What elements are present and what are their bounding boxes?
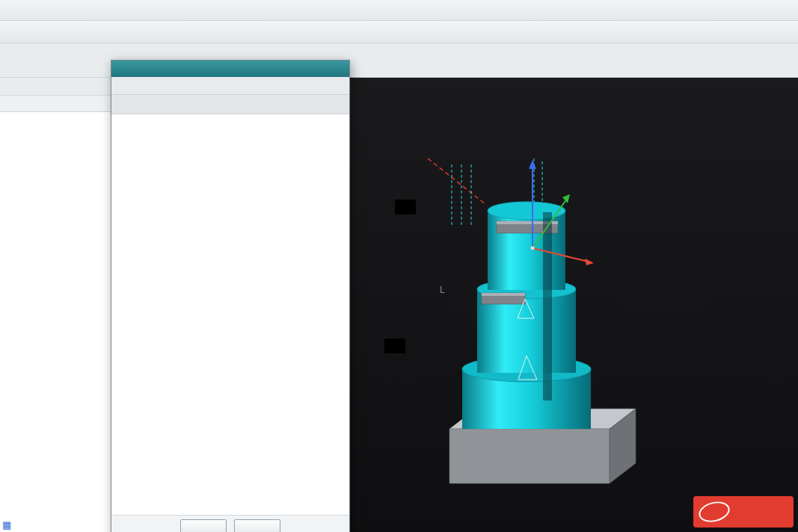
dialog-body (111, 114, 349, 515)
app-window: ▦ (0, 0, 798, 532)
watermark (693, 496, 794, 528)
x-axis-arrowhead (585, 259, 594, 265)
layer-letter-label: L (440, 285, 445, 295)
graphics-viewport[interactable]: L (350, 78, 798, 532)
dialog-title-bar[interactable] (111, 61, 349, 77)
close-icon[interactable] (331, 63, 345, 75)
toolbar-row-1 (0, 0, 798, 21)
3d-scene: L (350, 78, 798, 532)
construction-line-red (428, 158, 486, 205)
callout-box-2 (384, 338, 405, 353)
grid-status-icon[interactable]: ▦ (2, 519, 11, 531)
cylinder-shadow-slot (543, 212, 552, 400)
dialog-footer (111, 515, 349, 532)
callout-box-1 (395, 200, 416, 214)
watermark-logo (696, 498, 731, 525)
dialog-sub-tabs (111, 95, 349, 114)
toolbar-row-2 (0, 21, 798, 43)
axes-origin (531, 247, 535, 250)
dialog-non-cutting-moves (111, 60, 350, 532)
workpiece-cylinders (462, 202, 591, 429)
y-axis-arrowhead (562, 194, 570, 203)
z-axis-arrowhead (529, 160, 536, 169)
ok-button[interactable] (180, 519, 227, 532)
dialog-page-tabs (111, 77, 349, 95)
cancel-button[interactable] (234, 519, 280, 532)
